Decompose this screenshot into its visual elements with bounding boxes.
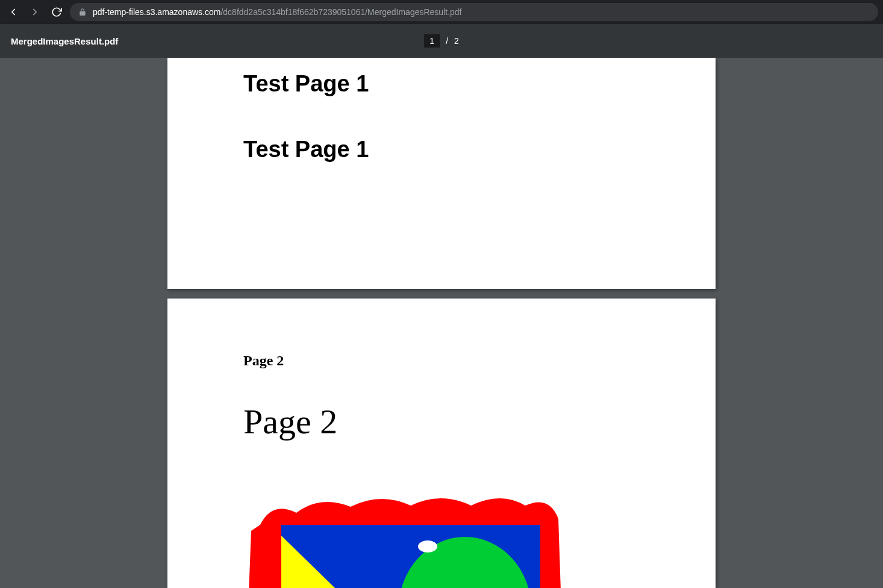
- page-number-input[interactable]: [424, 34, 440, 48]
- page1-heading-1: Test Page 1: [243, 71, 640, 97]
- page2-small-heading: Page 2: [243, 353, 640, 369]
- page1-heading-2: Test Page 1: [243, 137, 640, 162]
- pdf-toolbar: MergedImagesResult.pdf / 2: [0, 24, 883, 58]
- forward-button[interactable]: [27, 4, 43, 20]
- lock-icon: [78, 8, 87, 16]
- pdf-page-2: Page 2 Page 2: [167, 299, 716, 588]
- page2-large-heading: Page 2: [243, 401, 640, 442]
- page2-graphic: [248, 489, 561, 588]
- pdf-content-area[interactable]: Test Page 1 Test Page 1 Page 2 Page 2: [0, 58, 883, 588]
- url-domain: pdf-temp-files.s3.amazonaws.com: [93, 7, 220, 17]
- page-total: 2: [454, 36, 459, 46]
- back-button[interactable]: [5, 4, 22, 20]
- page-indicator: / 2: [424, 34, 459, 48]
- pdf-page-1: Test Page 1 Test Page 1: [167, 58, 716, 289]
- reload-button[interactable]: [48, 4, 65, 20]
- browser-chrome: pdf-temp-files.s3.amazonaws.com/dc8fdd2a…: [0, 0, 883, 24]
- svg-point-2: [418, 540, 437, 552]
- url-text: pdf-temp-files.s3.amazonaws.com/dc8fdd2a…: [93, 7, 462, 17]
- document-title: MergedImagesResult.pdf: [11, 36, 118, 46]
- address-bar[interactable]: pdf-temp-files.s3.amazonaws.com/dc8fdd2a…: [70, 3, 878, 21]
- page-separator: /: [446, 36, 448, 46]
- url-path: /dc8fdd2a5c314bf18f662b7239051061/Merged…: [220, 7, 461, 17]
